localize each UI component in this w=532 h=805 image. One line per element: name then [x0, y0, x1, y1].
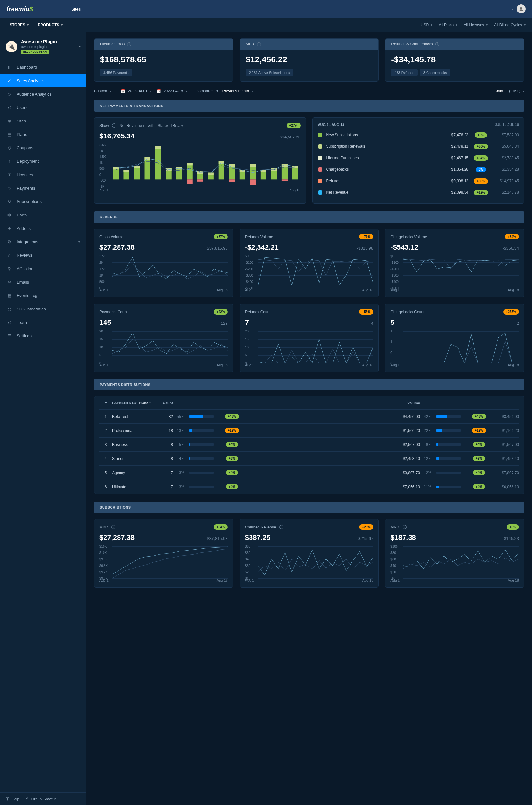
nav-affiliation[interactable]: ⚲Affiliation: [0, 262, 86, 275]
section-subscriptions: SUBSCRIBTIONS: [94, 502, 524, 513]
group-by-select[interactable]: Plans ▾: [139, 401, 151, 405]
nav-icon: ▤: [6, 131, 12, 137]
help-link[interactable]: ⓘHelp: [6, 797, 19, 801]
change-pill: +12%: [474, 190, 488, 195]
nav-team[interactable]: ⚇Team: [0, 316, 86, 329]
metric-select[interactable]: Net Revenue ▾: [119, 124, 145, 128]
nav-addons[interactable]: ✦Addons: [0, 222, 86, 235]
metric-card: MRRi+54% $27,287.38$37,815.98 $10K$10K$9…: [94, 519, 233, 587]
nav-deployment[interactable]: ↑Deployment: [0, 154, 86, 168]
date-from[interactable]: 📅2022-04-01▾: [120, 89, 151, 93]
plan-name: Beta Test: [112, 414, 157, 419]
nav-plans[interactable]: ▤Plans: [0, 128, 86, 141]
date-to[interactable]: 📅2022-04-18▾: [156, 89, 187, 93]
change-pill: +12%: [472, 428, 486, 433]
info-icon[interactable]: i: [127, 42, 131, 46]
nav-sites[interactable]: ⊕Sites: [0, 114, 86, 128]
main: Lifetime Grossi $168,578.65 3,456 Paymen…: [86, 0, 532, 805]
currency-filter[interactable]: USD▾: [421, 23, 432, 27]
card-title: MRR: [99, 525, 108, 529]
card-compare: $37,815.98: [207, 536, 228, 541]
compare-period[interactable]: Previous month▾: [222, 89, 253, 93]
info-icon[interactable]: i: [403, 525, 407, 529]
nav-users[interactable]: ⚇Users: [0, 101, 86, 114]
kpi-card: Refunds & Chargebacksi -$34,145.78 433 R…: [385, 38, 524, 81]
nav-label: SDK Integration: [17, 306, 46, 312]
licenses-filter[interactable]: All Licenses▾: [463, 23, 488, 27]
cycles-filter[interactable]: All Billing Cycles▾: [494, 23, 526, 27]
logo[interactable]: freemiu$: [6, 5, 33, 13]
nav-dashboard[interactable]: ◧Dashboard: [0, 60, 86, 74]
distribution-table: # PAYMENTS BY Plans ▾ Count Volume 1 Bet…: [94, 396, 524, 494]
plans-filter[interactable]: All Plans▾: [439, 23, 457, 27]
nav-integrations[interactable]: ⚙Integrations▾: [0, 235, 86, 248]
row-value: $2,478.11: [440, 144, 469, 149]
nav-audience-analytics[interactable]: ☺Audience Analytics: [0, 87, 86, 101]
card-compare: 4: [371, 321, 373, 326]
nav-sales-analytics[interactable]: ✓Sales Analytics: [0, 74, 86, 87]
nav-label: Addons: [17, 226, 31, 231]
change-pill: +4%: [226, 470, 238, 475]
nav-carts[interactable]: ⛒Carts: [0, 208, 86, 222]
nav-label: Dashboard: [17, 65, 37, 70]
svg-rect-32: [250, 179, 256, 185]
granularity[interactable]: Daily (GMT)▾: [494, 89, 524, 93]
style-select[interactable]: Stacked Br… ▾: [158, 124, 183, 128]
volume-bar: [436, 429, 461, 432]
chevron-down-icon[interactable]: ▾: [511, 7, 513, 11]
kpi-value: -$34,145.78: [391, 55, 518, 64]
info-icon[interactable]: i: [111, 525, 115, 529]
nav-subscriptions[interactable]: ↻Subscriptions: [0, 195, 86, 208]
nav-licenses[interactable]: ⚿Licenses: [0, 168, 86, 181]
info-icon[interactable]: i: [435, 42, 439, 46]
plan-name: Ultimate: [112, 485, 157, 489]
row-compare: $7,587.90: [493, 133, 519, 137]
color-swatch: [318, 179, 322, 183]
kpi-value: $12,456.22: [246, 55, 373, 64]
change-pill: +0%: [507, 524, 519, 530]
metric-card: Refunds Volume+77% -$2,342.21-$815.98 $0…: [240, 229, 379, 297]
range-preset[interactable]: Custom▾: [94, 89, 111, 93]
breakdown-row: Subscription Renewals $2,478.11 +50% $5,…: [318, 141, 519, 152]
nav-label: Sites: [17, 118, 26, 124]
product-switcher[interactable]: 🔌 Awesome Plugin awesome-plugin REVENUES…: [0, 35, 86, 58]
nav-label: Events Log: [17, 293, 37, 298]
compared-label: compared to: [196, 89, 218, 93]
row-compare: $2,145.78: [493, 190, 519, 195]
info-icon[interactable]: i: [279, 525, 283, 529]
avatar[interactable]: [517, 4, 526, 14]
color-swatch: [318, 133, 322, 137]
kpi-title: Lifetime Gross: [100, 42, 125, 46]
nav-sdk-integration[interactable]: ◎SDK Integration: [0, 302, 86, 316]
info-icon[interactable]: i: [257, 42, 261, 46]
products-dropdown[interactable]: PRODUCTS▾: [35, 21, 66, 29]
topbar-tab-sites[interactable]: Sites: [71, 7, 80, 12]
change-pill: +12%: [225, 428, 239, 433]
nav-coupons[interactable]: ⌬Coupons: [0, 141, 86, 154]
nav-emails[interactable]: ✉Emails: [0, 275, 86, 289]
breakdown-row: New Subscriptions $7,476.23 +5% $7,587.9…: [318, 129, 519, 141]
nav-settings[interactable]: ☰Settings: [0, 329, 86, 342]
nav-label: Plans: [17, 132, 27, 137]
card-compare: 2: [517, 321, 519, 326]
dist-row: 4 Starter 8 4% +3% $2,453.40 12% +2% $1,…: [99, 452, 519, 466]
nav-label: Settings: [17, 334, 32, 338]
change-pill: +55%: [359, 309, 373, 315]
card-title: Chargebacks Count: [391, 310, 424, 314]
nav-payments[interactable]: ⟳Payments: [0, 181, 86, 195]
nav-label: Reviews: [17, 253, 32, 258]
nav-events-log[interactable]: ▦Events Log: [0, 289, 86, 302]
svg-rect-4: [124, 170, 129, 172]
nav-icon: ◎: [6, 306, 12, 312]
row-compare: $1,354.28: [493, 167, 519, 172]
stores-dropdown[interactable]: STORES▾: [6, 21, 32, 29]
info-icon[interactable]: i: [112, 124, 116, 128]
chevron-down-icon: ▾: [78, 240, 80, 244]
share-link[interactable]: ⚘Like It? Share it!: [25, 797, 57, 801]
nav-reviews[interactable]: ☆Reviews: [0, 248, 86, 262]
row-value: $1,354.28: [440, 167, 469, 172]
change-pill: +4%: [473, 442, 485, 447]
nav-icon: ◧: [6, 64, 12, 70]
change-pill: +4%: [473, 470, 485, 475]
card-value: $27,287.38: [99, 533, 134, 542]
